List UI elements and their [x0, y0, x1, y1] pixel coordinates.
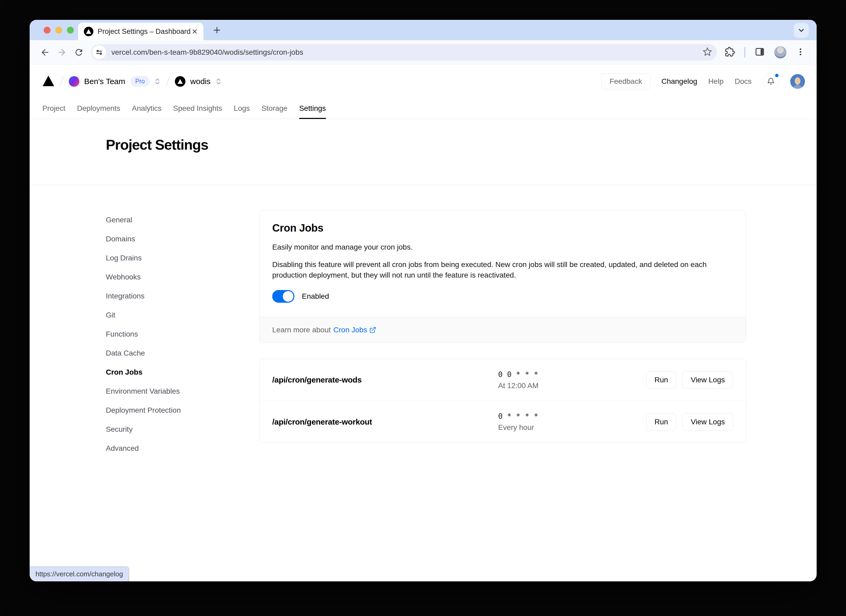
sidebar-item-general[interactable]: General: [106, 216, 259, 224]
notifications-button[interactable]: [763, 73, 779, 89]
page-title: Project Settings: [106, 136, 817, 153]
extensions-icon[interactable]: [725, 47, 735, 58]
title-section: Project Settings: [29, 119, 817, 185]
cron-expression: 0 0 * * *: [498, 370, 646, 379]
team-name[interactable]: Ben's Team: [84, 77, 125, 86]
tab-settings[interactable]: Settings: [293, 98, 332, 119]
changelog-link[interactable]: Changelog: [661, 77, 697, 86]
chrome-menu-icon[interactable]: [796, 47, 805, 57]
view-logs-button[interactable]: View Logs: [683, 371, 733, 389]
close-window-button[interactable]: [44, 27, 50, 34]
macos-traffic-lights: [44, 20, 74, 40]
sidebar-item-data-cache[interactable]: Data Cache: [106, 349, 259, 358]
sidebar-item-advanced[interactable]: Advanced: [106, 444, 259, 453]
card-title: Cron Jobs: [272, 222, 733, 234]
plan-badge: Pro: [131, 76, 150, 87]
sidebar-item-integrations[interactable]: Integrations: [106, 292, 259, 301]
feedback-button[interactable]: Feedback: [601, 73, 650, 89]
new-tab-button[interactable]: [212, 20, 222, 40]
reload-icon[interactable]: [70, 44, 87, 61]
view-logs-button[interactable]: View Logs: [683, 413, 733, 431]
cron-job-schedule: 0 0 * * * At 12:00 AM: [498, 370, 646, 390]
user-avatar[interactable]: [790, 74, 805, 89]
cron-jobs-list: /api/cron/generate-wods 0 0 * * * At 12:…: [259, 359, 746, 443]
url-text[interactable]: vercel.com/ben-s-team-9b829040/wodis/set…: [112, 48, 703, 57]
tab-deployments[interactable]: Deployments: [71, 98, 126, 119]
tab-analytics[interactable]: Analytics: [126, 98, 167, 119]
cron-enabled-toggle[interactable]: [272, 290, 294, 303]
cron-schedule-description: Every hour: [498, 423, 646, 432]
docs-link[interactable]: Docs: [734, 77, 752, 86]
run-button[interactable]: Run: [646, 413, 676, 431]
sidebar-item-environment-variables[interactable]: Environment Variables: [106, 387, 259, 396]
card-subtitle: Easily monitor and manage your cron jobs…: [272, 243, 733, 251]
sidebar-item-functions[interactable]: Functions: [106, 330, 259, 339]
vercel-favicon: [84, 27, 93, 36]
tab-project[interactable]: Project: [37, 98, 71, 119]
minimize-window-button[interactable]: [55, 27, 62, 34]
tab-logs[interactable]: Logs: [228, 98, 256, 119]
settings-sidebar: General Domains Log Drains Webhooks Inte…: [106, 210, 259, 475]
sidebar-item-git[interactable]: Git: [106, 311, 259, 320]
toggle-label: Enabled: [302, 292, 329, 301]
tab-close-icon[interactable]: [191, 28, 199, 35]
cron-job-path: /api/cron/generate-wods: [272, 375, 498, 384]
header-actions: Feedback Changelog Help Docs: [601, 73, 805, 89]
card-footer: Learn more about Cron Jobs: [260, 317, 746, 343]
tab-search-button[interactable]: [794, 23, 809, 38]
vercel-logo-icon[interactable]: [42, 76, 54, 87]
browser-tab[interactable]: Project Settings – Dashboard: [78, 23, 203, 40]
cron-schedule-description: At 12:00 AM: [498, 381, 646, 390]
sidebar-item-webhooks[interactable]: Webhooks: [106, 273, 259, 282]
breadcrumb-slash: [60, 76, 64, 87]
external-link-icon: [369, 327, 376, 333]
browser-window: Project Settings – Dashboard: [29, 20, 817, 581]
tab-storage[interactable]: Storage: [256, 98, 293, 119]
run-button[interactable]: Run: [646, 371, 676, 389]
back-icon[interactable]: [37, 44, 53, 61]
toggle-knob: [283, 291, 293, 302]
breadcrumb-slash: [166, 76, 170, 87]
cron-expression: 0 * * * *: [498, 412, 646, 421]
project-nav-tabs: Project Deployments Analytics Speed Insi…: [29, 98, 817, 119]
tab-strip: Project Settings – Dashboard: [29, 20, 817, 40]
help-link[interactable]: Help: [708, 77, 724, 86]
cron-job-row: /api/cron/generate-wods 0 0 * * * At 12:…: [260, 359, 746, 401]
card-description: Disabling this feature will prevent all …: [272, 260, 733, 280]
sidebar-item-security[interactable]: Security: [106, 425, 259, 434]
url-bar[interactable]: vercel.com/ben-s-team-9b829040/wodis/set…: [91, 44, 717, 60]
site-settings-icon[interactable]: [93, 45, 106, 59]
status-bar-url: https://vercel.com/changelog: [29, 566, 129, 581]
browser-toolbar: vercel.com/ben-s-team-9b829040/wodis/set…: [29, 40, 817, 65]
chrome-profile-avatar[interactable]: [774, 46, 786, 59]
cron-job-path: /api/cron/generate-workout: [272, 418, 498, 427]
vercel-header: Ben's Team Pro wodis Feedback Changelog …: [29, 65, 817, 98]
cron-jobs-card: Cron Jobs Easily monitor and manage your…: [259, 210, 746, 343]
cron-jobs-docs-link[interactable]: Cron Jobs: [333, 326, 376, 334]
team-avatar[interactable]: [69, 76, 79, 87]
side-panel-icon[interactable]: [755, 47, 765, 58]
tab-title: Project Settings – Dashboard: [98, 28, 191, 36]
toolbar-divider: [745, 47, 745, 58]
project-avatar[interactable]: [175, 76, 185, 87]
cron-job-row: /api/cron/generate-workout 0 * * * * Eve…: [260, 401, 746, 443]
tab-speed-insights[interactable]: Speed Insights: [167, 98, 228, 119]
sidebar-item-domains[interactable]: Domains: [106, 235, 259, 243]
notification-dot: [774, 73, 779, 78]
sidebar-item-deployment-protection[interactable]: Deployment Protection: [106, 406, 259, 415]
sidebar-item-cron-jobs[interactable]: Cron Jobs: [106, 368, 259, 377]
toolbar-right-cluster: [725, 46, 805, 59]
settings-main: General Domains Log Drains Webhooks Inte…: [29, 185, 817, 475]
learn-more-text: Learn more about: [272, 326, 330, 334]
fullscreen-window-button[interactable]: [67, 27, 74, 34]
sidebar-item-log-drains[interactable]: Log Drains: [106, 254, 259, 263]
project-name[interactable]: wodis: [190, 77, 211, 86]
team-switcher-chevrons-icon[interactable]: [154, 77, 160, 86]
cron-job-schedule: 0 * * * * Every hour: [498, 412, 646, 432]
forward-icon[interactable]: [53, 44, 70, 61]
bookmark-star-icon[interactable]: [703, 47, 712, 58]
settings-content: Cron Jobs Easily monitor and manage your…: [259, 210, 746, 475]
project-switcher-chevrons-icon[interactable]: [215, 77, 222, 86]
